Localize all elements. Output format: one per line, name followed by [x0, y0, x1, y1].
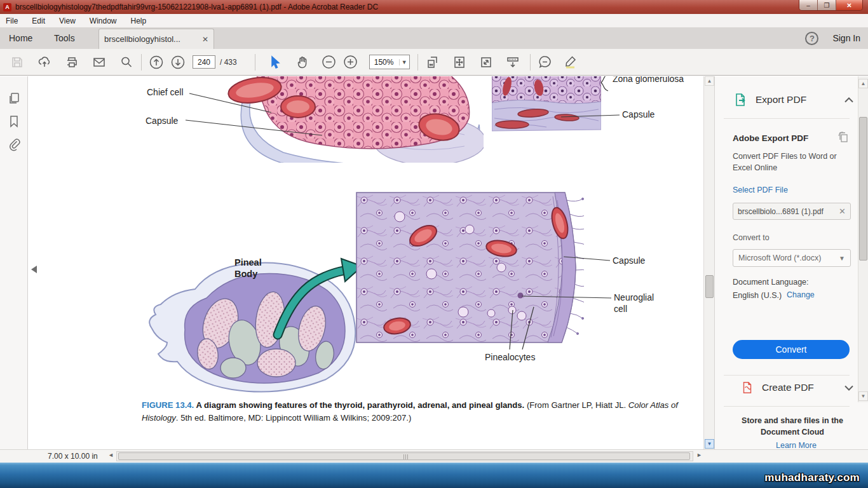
document-tab-label: brscellbiologyhistol... [104, 34, 180, 44]
bookmarks-button[interactable] [7, 114, 21, 128]
maximize-button[interactable]: ❐ [818, 0, 836, 10]
menu-bar: File Edit View Window Help [0, 14, 868, 27]
title-bar: A brscellbiologyhistology7thedpdftahir99… [0, 0, 868, 14]
zoom-in-button[interactable] [340, 51, 362, 73]
save-button[interactable] [6, 51, 28, 73]
figure-number: FIGURE 13.4. [142, 400, 194, 410]
copy-pages-icon [837, 131, 850, 144]
watermark: muhadharaty.com [764, 471, 860, 484]
panel-scrollbar-thumb[interactable] [859, 117, 867, 261]
presentation-mode-button[interactable] [502, 51, 524, 73]
minus-circle-icon [322, 55, 336, 69]
label-pinealocytes: Pinealocytes [485, 352, 535, 363]
scroll-down-button[interactable]: ▼ [705, 439, 714, 449]
sign-in-button[interactable]: Sign In [832, 33, 860, 43]
page-thumbnails-button[interactable] [7, 92, 21, 105]
cloud-upload-icon [37, 55, 51, 69]
zoom-out-button[interactable] [318, 51, 340, 73]
document-tab-close-icon[interactable]: ✕ [202, 35, 208, 44]
expand-chevron-icon [844, 385, 853, 391]
adrenal-gland-illustration [492, 76, 601, 132]
scroll-right-arrow[interactable]: ► [696, 452, 702, 458]
horizontal-scrollbar-thumb[interactable] [118, 452, 690, 460]
scroll-up-button[interactable]: ▲ [705, 76, 714, 86]
hand-icon [295, 55, 309, 69]
format-dropdown[interactable]: Microsoft Word (*.docx) ▼ [733, 249, 851, 267]
collapse-chevron-icon [844, 97, 853, 103]
page-size-indicator: 7.00 x 10.00 in [48, 452, 98, 461]
help-icon[interactable]: ? [805, 32, 818, 45]
panel-scrollbar[interactable]: ▲ ▼ [858, 76, 868, 402]
horizontal-scrollbar[interactable] [116, 451, 693, 461]
create-pdf-section-header[interactable]: Create PDF [740, 379, 853, 396]
page-count-label: / 433 [220, 58, 237, 67]
scroll-left-arrow[interactable]: ◄ [108, 452, 114, 458]
label-zona-glomerulosa: Zona glomerulosa [613, 76, 684, 85]
print-button[interactable] [61, 51, 83, 73]
highlighter-icon [563, 55, 578, 69]
zoom-level-value: 150% [370, 58, 399, 67]
window-title: brscellbiologyhistology7thedpdftahir99vr… [15, 3, 378, 11]
next-page-button[interactable] [167, 51, 189, 73]
remove-file-icon[interactable]: ✕ [839, 207, 846, 216]
pineal-tissue-magnified-view [355, 191, 584, 345]
label-capsule-adrenal: Capsule [622, 109, 654, 121]
presentation-icon [506, 55, 520, 69]
save-icon [11, 56, 24, 69]
cursor-arrow-icon [268, 55, 282, 69]
document-cloud-promo: Store and share files in the Document Cl… [731, 416, 853, 438]
adobe-export-pdf-title: Adobe Export PDF [733, 133, 808, 143]
pdf-page[interactable]: Chief cell Capsule Zona glomerulosa Caps… [29, 76, 703, 449]
export-pdf-icon [733, 92, 748, 107]
tab-home[interactable]: Home [9, 27, 32, 49]
convert-to-label: Convert to [733, 233, 770, 244]
hand-tool-button[interactable] [292, 51, 313, 73]
previous-page-arrow[interactable] [31, 266, 37, 273]
find-button[interactable] [116, 51, 137, 73]
zona-brace [601, 76, 608, 91]
label-capsule-pineal: Capsule [613, 255, 645, 267]
menu-file[interactable]: File [6, 17, 18, 25]
menu-edit[interactable]: Edit [32, 17, 45, 25]
minimize-button[interactable]: – [799, 0, 818, 10]
menu-window[interactable]: Window [90, 17, 117, 25]
zoom-level-select[interactable]: 150% ▼ [369, 55, 410, 69]
panel-scroll-up-button[interactable]: ▲ [858, 79, 868, 88]
menu-help[interactable]: Help [131, 17, 147, 25]
page-number-input[interactable] [193, 55, 215, 69]
neuroglial-cell-nucleus [518, 293, 524, 299]
export-pdf-section-header[interactable]: Export PDF [733, 90, 853, 109]
change-language-link[interactable]: Change [787, 290, 815, 299]
label-capsule-parathyroid: Capsule [146, 116, 178, 127]
learn-more-link[interactable]: Learn More [776, 441, 817, 450]
printer-icon [65, 55, 79, 69]
fullscreen-button[interactable] [475, 51, 497, 73]
page-down-icon [170, 55, 186, 70]
email-button[interactable] [88, 51, 110, 73]
tab-tools[interactable]: Tools [54, 27, 75, 49]
vertical-scrollbar-thumb[interactable] [705, 275, 714, 298]
previous-page-button[interactable] [146, 51, 167, 73]
menu-view[interactable]: View [59, 17, 76, 25]
panel-scroll-down-button[interactable]: ▼ [858, 391, 868, 401]
convert-button[interactable]: Convert [733, 340, 850, 359]
document-language-value: English (U.S.) [733, 290, 782, 302]
fit-width-button[interactable] [422, 51, 444, 73]
plus-circle-icon [343, 55, 358, 69]
label-pineal-body: Pineal Body [234, 257, 262, 280]
fit-page-button[interactable] [449, 51, 470, 73]
attachments-button[interactable] [7, 137, 21, 151]
comment-button[interactable] [534, 51, 556, 73]
close-button[interactable]: ✕ [836, 0, 862, 10]
zoom-chevron-icon: ▼ [399, 59, 409, 65]
highlight-button[interactable] [560, 51, 581, 73]
share-button[interactable] [34, 51, 55, 73]
selected-file-name: brscellbiolo...6891 (1).pdf [738, 207, 824, 216]
window-controls: – ❐ ✕ [799, 0, 863, 11]
select-pdf-file-link[interactable]: Select PDF File [733, 186, 788, 194]
label-neuroglial-cell: Neuroglial cell [614, 292, 654, 315]
document-tab[interactable]: brscellbiologyhistol... ✕ [98, 29, 214, 49]
selection-tool-button[interactable] [264, 51, 286, 73]
selected-file-chip[interactable]: brscellbiolo...6891 (1).pdf ✕ [733, 203, 851, 220]
vertical-scrollbar[interactable]: ▲ ▼ [703, 76, 714, 449]
